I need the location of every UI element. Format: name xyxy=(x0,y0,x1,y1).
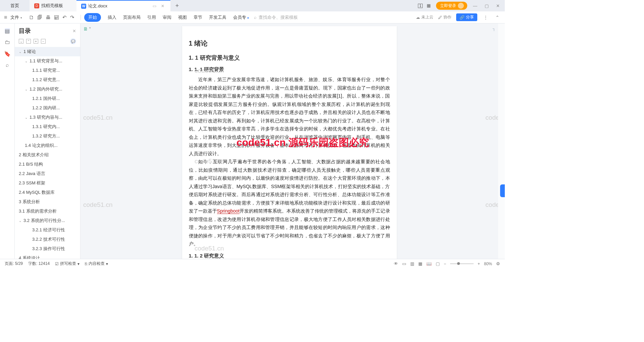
maximize-icon[interactable]: ▢ xyxy=(483,3,490,8)
outline-item[interactable]: 4 系统设计 xyxy=(15,253,80,259)
outline-item[interactable]: 2 相关技术介绍 xyxy=(15,150,80,160)
word-count[interactable]: 字数: 12414 xyxy=(28,261,50,267)
tab-close-icon[interactable]: ✕ xyxy=(160,4,166,8)
outline-item[interactable]: 3.2.3 操作可行性 xyxy=(15,244,80,253)
outline-item[interactable]: 3.2.2 技术可行性 xyxy=(15,235,80,244)
view-outline-icon[interactable]: ▦ xyxy=(418,261,422,266)
layout-1-icon[interactable]: 1 xyxy=(418,4,423,8)
outline-title: 目录 xyxy=(19,27,70,35)
menu-member[interactable]: 会员专 ▸ xyxy=(233,14,249,20)
outline-item[interactable]: 1.3.2 研究方... xyxy=(15,131,80,141)
chevron-down-icon[interactable]: ⌄ xyxy=(25,116,28,119)
outline-item[interactable]: 2.1 B/S 结构 xyxy=(15,160,80,169)
zoom-slider[interactable] xyxy=(450,263,474,264)
collapse-ribbon-icon[interactable]: ⌃ xyxy=(494,15,501,20)
outline-item[interactable]: 1.2.2 国内研... xyxy=(15,103,80,113)
zoom-level[interactable]: 80% xyxy=(484,262,492,266)
zoom-out-icon[interactable]: − xyxy=(444,262,446,266)
outline-item-label: 3 系统分析 xyxy=(19,199,40,205)
qa-save-icon[interactable]: 🗋 xyxy=(29,14,34,20)
menu-devtools[interactable]: 开发工具 xyxy=(209,14,226,20)
menu-insert[interactable]: 插入 xyxy=(108,14,116,20)
outline-item[interactable]: 1.3.1 研究内... xyxy=(15,122,80,131)
chevron-down-icon[interactable]: ⌄ xyxy=(19,219,22,223)
zoom-in-icon[interactable]: + xyxy=(478,262,480,266)
cloud-status[interactable]: ☁未上云 xyxy=(416,14,433,20)
hamburger-icon[interactable]: ≡ xyxy=(4,14,7,20)
settings-icon[interactable]: ⚙ xyxy=(496,261,500,266)
share-button[interactable]: 🔗分享 xyxy=(456,13,477,21)
chevron-down-icon[interactable]: ⌄ xyxy=(25,59,28,63)
chevron-down-icon[interactable]: ⌄ xyxy=(25,88,28,91)
outline-item[interactable]: 3.2.1 经济可行性 xyxy=(15,225,80,235)
outline-item[interactable]: 1.1.2 研究意... xyxy=(15,75,80,84)
tab-document-active[interactable]: W 论文.docx ▭ ✕ xyxy=(76,0,170,11)
qa-saveas-icon[interactable]: 🗐 xyxy=(37,14,42,20)
menu-view[interactable]: 视图 xyxy=(178,14,187,20)
watermark: code51.cn xyxy=(485,114,498,121)
ai-assist-icon[interactable]: 💬 xyxy=(70,38,76,44)
outline-item[interactable]: 2.3 SSM 框架 xyxy=(15,178,80,188)
outline-rail-icon[interactable]: ▤ xyxy=(5,28,10,34)
tab-home[interactable]: 首页 xyxy=(0,0,30,11)
new-tab-button[interactable]: + xyxy=(170,0,184,11)
qa-undo-icon[interactable]: ↶ xyxy=(62,14,67,20)
tab-template[interactable]: D 找稻壳模板 xyxy=(30,0,76,11)
more-icon[interactable]: ⋮ xyxy=(482,15,489,20)
qa-redo-icon[interactable]: ↷ xyxy=(70,14,74,20)
view-eye-icon[interactable]: 👁 xyxy=(394,261,398,266)
menu-layout[interactable]: 页面布局 xyxy=(123,14,141,20)
outline-item-label: 1.3 研究内容与... xyxy=(30,114,62,120)
right-scrollbar[interactable] xyxy=(498,23,505,259)
collapse-all-icon[interactable]: ⌃ xyxy=(26,39,31,44)
document-page[interactable]: 1 绪论 1. 1 研究背景与意义 1. 1. 1 研究背景 近年来，第三产业发… xyxy=(182,26,397,259)
page-action-icons[interactable]: 🗎▾ xyxy=(83,26,91,32)
outline-item[interactable]: ⌄1.1 研究背景与... xyxy=(15,56,80,66)
outline-item-label: 1.3.2 研究方... xyxy=(32,133,60,139)
outline-item[interactable]: 2.4 MySQL 数据库 xyxy=(15,188,80,197)
outline-item[interactable]: 1.2.1 国外研... xyxy=(15,94,80,103)
watermark: code51.cn xyxy=(83,114,113,121)
outline-close-icon[interactable]: ✕ xyxy=(72,28,76,34)
level-down-icon[interactable]: − xyxy=(41,39,46,44)
view-read-icon[interactable]: 📖 xyxy=(426,261,432,266)
level-up-icon[interactable]: + xyxy=(34,39,38,44)
contentcheck-button[interactable]: ⎘内容检查 ▾ xyxy=(85,261,108,267)
outline-item[interactable]: 1.1.1 研究背... xyxy=(15,66,80,75)
search-rail-icon[interactable]: ⌕ xyxy=(5,62,10,68)
outline-item[interactable]: 1.4 论文的组织... xyxy=(15,141,80,150)
page-doc-icon: 🗎 xyxy=(83,26,88,32)
minimize-icon[interactable]: — xyxy=(471,3,479,8)
zoom-fit-icon[interactable]: ▢ xyxy=(436,261,440,266)
apps-grid-icon[interactable]: ▦ xyxy=(427,3,432,8)
spellcheck-button[interactable]: ☑拼写检查 ▾ xyxy=(55,261,79,267)
menu-reference[interactable]: 引用 xyxy=(147,14,156,20)
nav-rail-icon[interactable]: 🗀 xyxy=(5,40,10,45)
outline-item[interactable]: ⌄1.3 研究内容与... xyxy=(15,113,80,122)
outline-item[interactable]: 2.2 Java 语言 xyxy=(15,169,80,178)
side-tag[interactable] xyxy=(500,184,505,197)
outline-item[interactable]: ⌄3.2 系统的可行性分... xyxy=(15,216,80,225)
view-print-icon[interactable]: ▭ xyxy=(402,261,406,266)
avatar-icon xyxy=(458,3,464,9)
chevron-down-icon[interactable]: ⌄ xyxy=(19,50,22,54)
qa-preview-icon[interactable]: 🗟 xyxy=(54,14,59,20)
expand-all-icon[interactable]: ⌄ xyxy=(19,39,23,44)
menu-review[interactable]: 审阅 xyxy=(163,14,171,20)
command-search[interactable]: ⌕ 查找命令、搜索模板 xyxy=(254,14,298,20)
file-menu[interactable]: 文件 ▾ xyxy=(10,14,22,20)
close-icon[interactable]: ✕ xyxy=(494,3,501,8)
qa-print-icon[interactable]: 🖶 xyxy=(46,14,51,20)
menu-start[interactable]: 开始 xyxy=(84,13,101,22)
menu-chapter[interactable]: 章节 xyxy=(194,14,202,20)
outline-item[interactable]: 3 系统分析 xyxy=(15,197,80,207)
outline-item[interactable]: ⌄1.2 国内外研究... xyxy=(15,84,80,94)
coop-button[interactable]: 🖉协作 xyxy=(438,14,451,20)
tab-screen-icon[interactable]: ▭ xyxy=(151,4,158,8)
view-web-icon[interactable]: ▥ xyxy=(410,261,414,266)
login-button[interactable]: 立即登录 xyxy=(436,2,467,10)
outline-item[interactable]: 3.1 系统的需求分析 xyxy=(15,207,80,216)
outline-item[interactable]: ⌄1 绪论 xyxy=(15,47,80,56)
bookmark-rail-icon[interactable]: 🔖 xyxy=(5,51,10,56)
page-indicator[interactable]: 页面: 5/29 xyxy=(5,261,23,267)
